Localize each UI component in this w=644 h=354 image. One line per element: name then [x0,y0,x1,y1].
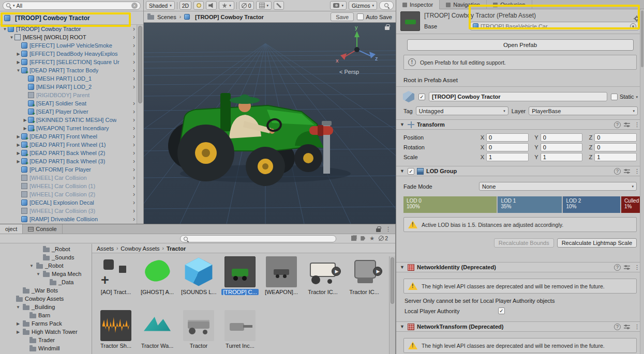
inspector-tab[interactable]: Occlusion [487,0,532,9]
static-dropdown[interactable]: Static ▾ [611,94,638,100]
hierarchy-row[interactable]: ▶ [DEAD PART] Front Wheel [0,132,137,141]
search-filter-caret-icon[interactable]: ▾ [13,4,15,7]
scene-search-input[interactable] [379,1,394,10]
prefab-enter-arrow-icon[interactable] [133,117,135,123]
help-icon[interactable] [614,324,621,330]
asset-item[interactable]: Turret Inc... [220,310,260,354]
asset-item[interactable]: [WEAPON]... [262,256,301,304]
breadcrumb-assets[interactable]: Assets [97,245,114,252]
hierarchy-row[interactable]: ▶ [DEAD PART] Front Wheel (1) [0,141,137,149]
base-object-field[interactable]: [TROOP] BaseVehicle Car [470,22,639,30]
draw-mode-dropdown[interactable]: Shaded ▾ [146,1,175,10]
camera-settings-dropdown[interactable]: ▾ [330,1,347,10]
hierarchy-row[interactable]: [EFFECT] LowHP VehicleSmoke [0,41,137,50]
breadcrumb-cowboy-assets[interactable]: Cowboy Assets [121,245,159,252]
prefab-enter-arrow-icon[interactable] [133,166,135,173]
axis-x-field[interactable]: 0 [486,143,529,151]
scrollbar-thumb[interactable] [138,26,142,103]
asset-item[interactable]: [TROOP] C... [220,256,260,304]
inspector-scrollbar[interactable] [640,9,644,354]
breadcrumb-tractor[interactable]: Tractor [167,245,186,252]
active-checkbox[interactable] [418,94,425,100]
prefab-enter-arrow-icon[interactable] [133,183,135,189]
hierarchy-row[interactable]: ▶ [EFFECT] [SELECTION] Square Ur [0,58,137,66]
foldout-arrow-icon[interactable]: ▶ [16,143,21,147]
foldout-arrow-icon[interactable]: ▼ [399,265,405,270]
prefab-enter-arrow-icon[interactable] [133,150,135,156]
auto-save-toggle[interactable]: Auto Save [357,13,392,20]
lod-segment[interactable]: LOD 1 35% [498,196,562,213]
tag-dropdown[interactable]: Untagged ▾ [416,106,508,115]
effects-dropdown[interactable]: ▾ [219,1,234,10]
hierarchy-row[interactable]: [RIGIDBODY] Parent [0,91,137,99]
axis-y-field[interactable]: 0 [541,133,583,142]
hierarchy-row[interactable]: ▼ [TROOP] Cowboy Tractor [0,25,137,33]
recalculate-bounds-button[interactable]: Recalculate Bounds [494,238,554,248]
foldout-arrow-icon[interactable]: ▶ [16,321,21,326]
asset-item[interactable]: Tractor Sh... [96,310,136,354]
network-identity-component-header[interactable]: ▼ NetworkIdentity (Deprecated) [396,262,644,272]
asset-item[interactable]: [AO] Tract... [96,256,136,304]
gear-icon[interactable] [635,17,639,21]
asset-store-icon[interactable] [351,236,356,241]
local-player-authority-checkbox[interactable] [498,307,505,314]
lod-segment[interactable]: LOD 2 10% [563,196,620,213]
foldout-arrow-icon[interactable]: ▼ [2,27,8,32]
prefab-enter-arrow-icon[interactable] [133,199,135,206]
open-prefab-button[interactable]: Open Prefab [407,39,634,51]
audio-toggle-button[interactable] [206,1,217,10]
hierarchy-search-input[interactable]: ▾ All [3,2,141,10]
hierarchy-scrollbar[interactable] [137,25,143,224]
prefab-mode-header[interactable]: [TROOP] Cowboy Tractor [0,11,143,25]
hidden-objects-button[interactable]: 0 [239,1,254,10]
recalculate-lightmap-button[interactable]: Recalculate Lightmap Scale [557,238,637,248]
foldout-arrow-icon[interactable]: ▶ [16,151,21,156]
asset-item[interactable]: Tractor [179,310,218,354]
tractor-model[interactable] [168,93,351,186]
asset-item[interactable]: Tractor Wa... [138,310,177,354]
asset-item[interactable]: [SOUNDS L... [179,256,218,304]
hidden-packages-count[interactable]: 2 [379,235,388,241]
asset-item[interactable]: Tractor IC... [345,256,384,304]
perspective-label[interactable]: < Persp [339,69,359,75]
hierarchy-row[interactable]: [SEAT] Soldier Seat [0,99,137,107]
axis-x-field[interactable]: 0 [486,133,529,142]
auto-save-checkbox[interactable] [357,13,364,20]
hierarchy-row[interactable]: [SEAT] Player Driver [0,107,137,116]
prefab-enter-arrow-icon[interactable] [133,84,135,90]
axis-z-field[interactable]: 0 [594,143,637,151]
foldout-arrow-icon[interactable]: ▶ [16,60,21,65]
foldout-arrow-icon[interactable]: ▼ [29,264,34,268]
prefab-enter-arrow-icon[interactable] [133,191,135,197]
prefab-enter-arrow-icon[interactable] [133,158,135,164]
play-badge-icon[interactable] [373,267,382,276]
tab-console[interactable]: Console [23,224,62,234]
axis-y-field[interactable]: 1 [541,153,583,161]
gameobject-name-field[interactable]: [TROOP] Cowboy Tractor [429,92,607,101]
folder-row[interactable]: _Robot [0,245,92,253]
presets-icon[interactable] [624,168,630,174]
tool-settings-button[interactable] [274,1,284,10]
folder-row[interactable]: _War Bots [0,286,92,295]
prefab-preview-thumbnail[interactable] [400,11,420,31]
folder-row[interactable]: Windmill [0,344,92,352]
breadcrumb-scenes[interactable]: Scenes [157,14,176,20]
foldout-arrow-icon[interactable]: ▼ [16,305,21,310]
prefab-enter-arrow-icon[interactable] [133,51,135,57]
kebab-menu-icon[interactable] [384,226,392,233]
network-transform-component-header[interactable]: ▼ NetworkTransform (Deprecated) [396,321,644,332]
axis-z-field[interactable]: 0 [594,133,637,142]
foldout-arrow-icon[interactable]: ▼ [399,122,405,127]
foldout-arrow-icon[interactable]: ▶ [16,159,21,164]
component-enabled-checkbox[interactable] [408,168,414,175]
inspector-tab[interactable]: Inspector [396,0,440,9]
hierarchy-row[interactable]: [WHEEL] Car Collision [0,174,137,182]
scene-viewport[interactable]: y z x < Persp [144,23,396,224]
axis-y-field[interactable]: 0 [541,143,583,151]
hierarchy-row[interactable]: [WHEEL] Car Collision (2) [0,190,137,198]
foldout-arrow-icon[interactable]: ▶ [16,330,21,334]
presets-icon[interactable] [624,122,630,127]
prefab-enter-arrow-icon[interactable] [133,34,135,40]
hierarchy-row[interactable]: ▼ [MESH] [WORLD] ROOT [0,33,137,41]
orientation-gizmo[interactable]: y z x < Persp [336,24,378,75]
